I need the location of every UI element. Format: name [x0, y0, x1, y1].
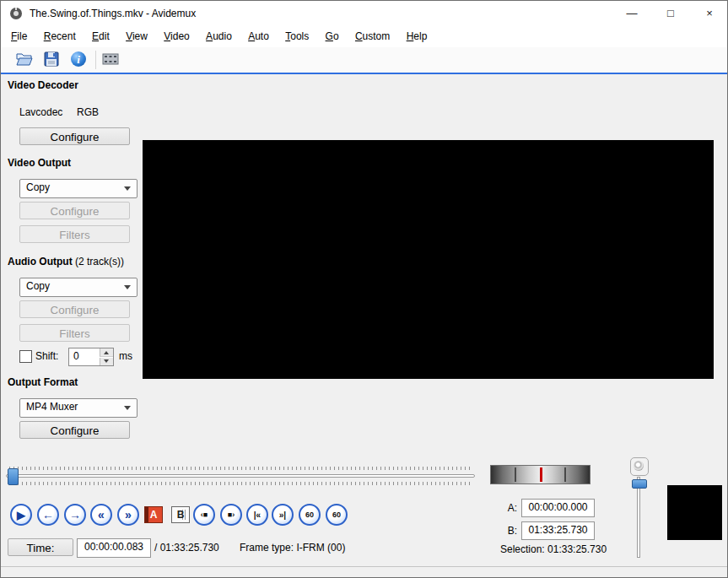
secondary-preview — [667, 485, 722, 540]
next-black-frame-icon: ■› — [228, 510, 235, 519]
shift-value: 0 — [73, 350, 79, 362]
last-frame-icon: »| — [279, 510, 286, 520]
seek-handle[interactable] — [8, 468, 19, 485]
video-configure-button: Configure — [19, 202, 130, 219]
marker-b-time: 01:33:25.730 — [521, 521, 595, 540]
menu-go[interactable]: Go — [319, 26, 346, 47]
menu-edit[interactable]: Edit — [85, 26, 116, 47]
next-frame-button[interactable]: → — [64, 504, 86, 526]
menu-file[interactable]: File — [4, 26, 34, 47]
open-icon — [16, 52, 33, 68]
next-black-frame-button[interactable]: ■› — [220, 504, 242, 526]
info-icon: i — [70, 51, 87, 70]
chevron-down-icon — [124, 285, 131, 289]
marker-b-icon: B — [177, 509, 185, 521]
window-title: The.Swing.of.Things.mkv - Avidemux — [30, 8, 196, 19]
menu-view[interactable]: View — [119, 26, 154, 47]
current-time-field: 00:00:00.083 — [77, 538, 151, 558]
first-frame-button[interactable]: |« — [246, 504, 268, 526]
seek-slider[interactable] — [6, 467, 475, 485]
toolbar-separator — [95, 51, 96, 69]
volume-handle[interactable] — [632, 479, 647, 489]
audio-output-select[interactable]: Copy — [19, 278, 138, 297]
menu-help[interactable]: Help — [400, 26, 434, 47]
video-filters-button: Filters — [19, 225, 130, 243]
video-properties-button[interactable] — [99, 49, 122, 71]
play-icon: ▶ — [17, 509, 25, 521]
spinner-down-icon[interactable] — [100, 358, 113, 365]
chevron-down-icon — [124, 406, 131, 410]
previous-black-frame-icon: ‹■ — [201, 510, 208, 519]
maximize-button[interactable]: □ — [651, 1, 690, 26]
slider-track[interactable] — [6, 474, 475, 478]
output-format-select[interactable]: MP4 Muxer — [19, 398, 138, 418]
frame-type-label: Frame type: — [240, 542, 294, 554]
maximize-icon: □ — [667, 7, 674, 19]
muxer-configure-button[interactable]: Configure — [19, 421, 130, 439]
video-output-value: Copy — [26, 181, 50, 193]
video-properties-icon — [102, 52, 119, 68]
jog-center-marker — [540, 467, 542, 482]
jog-shuttle[interactable] — [490, 465, 590, 484]
previous-keyframe-button[interactable]: « — [90, 504, 112, 526]
back-one-minute-icon: 60 — [305, 510, 314, 519]
video-output-select[interactable]: Copy — [19, 179, 138, 198]
audio-output-heading-text: Audio Output — [8, 256, 73, 267]
close-button[interactable]: × — [690, 1, 728, 26]
minimize-button[interactable]: — — [612, 1, 651, 26]
menu-video[interactable]: Video — [157, 26, 196, 47]
audio-output-value: Copy — [26, 280, 50, 292]
set-marker-a-button[interactable]: A — [144, 506, 163, 523]
info-button[interactable]: i — [67, 49, 90, 71]
marker-a-time: 00:00:00.000 — [521, 499, 595, 517]
selection-label: Selection: — [500, 543, 545, 555]
marker-a-icon: A — [150, 509, 158, 521]
minimize-icon: — — [627, 7, 638, 19]
shift-unit-label: ms — [119, 350, 132, 362]
previous-frame-icon: ← — [42, 508, 54, 521]
marker-a-label: A: — [504, 502, 517, 514]
video-decoder-heading: Video Decoder — [8, 79, 78, 91]
video-preview — [143, 140, 714, 379]
menu-auto[interactable]: Auto — [241, 26, 276, 47]
forward-one-minute-button[interactable]: 60 — [326, 504, 348, 526]
back-one-minute-button[interactable]: 60 — [299, 504, 321, 526]
previous-keyframe-icon: « — [98, 508, 105, 521]
spinner-up-icon[interactable] — [100, 348, 113, 357]
volume-track[interactable] — [637, 477, 640, 558]
previous-frame-button[interactable]: ← — [37, 504, 59, 526]
forward-one-minute-icon: 60 — [332, 510, 341, 519]
menu-tools[interactable]: Tools — [278, 26, 315, 47]
save-button[interactable] — [40, 49, 63, 71]
volume-icon[interactable] — [630, 457, 649, 476]
menu-audio[interactable]: Audio — [199, 26, 239, 47]
frame-type-value: I-FRM (00) — [296, 542, 345, 554]
menu-custom[interactable]: Custom — [348, 26, 396, 47]
save-icon — [44, 51, 59, 69]
open-button[interactable] — [13, 49, 36, 71]
output-format-value: MP4 Muxer — [26, 401, 78, 413]
audio-configure-button: Configure — [19, 300, 130, 318]
frame-type: Frame type: I-FRM (00) — [240, 542, 345, 554]
first-frame-icon: |« — [254, 510, 261, 520]
svg-text:i: i — [77, 53, 80, 66]
decoder-configure-button[interactable]: Configure — [19, 127, 130, 145]
previous-black-frame-button[interactable]: ‹■ — [193, 504, 215, 526]
close-icon: × — [706, 7, 713, 19]
shift-checkbox[interactable] — [19, 350, 32, 363]
marker-b-label: B: — [504, 525, 517, 537]
app-icon — [9, 7, 23, 20]
shift-spinner[interactable]: 0 — [68, 348, 114, 366]
audio-filters-button: Filters — [19, 324, 130, 342]
video-output-heading: Video Output — [8, 157, 71, 169]
time-display-toggle-button[interactable]: Time: — [8, 538, 73, 556]
set-marker-b-button[interactable]: B — [171, 506, 190, 523]
status-bar — [1, 566, 727, 578]
tool-bar: i — [1, 47, 727, 74]
menu-recent[interactable]: Recent — [37, 26, 83, 47]
play-button[interactable]: ▶ — [10, 504, 32, 526]
next-keyframe-button[interactable]: » — [117, 504, 139, 526]
decoder-name-label: Lavcodec — [19, 106, 62, 118]
slider-ticks-top — [9, 467, 472, 470]
last-frame-button[interactable]: »| — [272, 504, 294, 526]
